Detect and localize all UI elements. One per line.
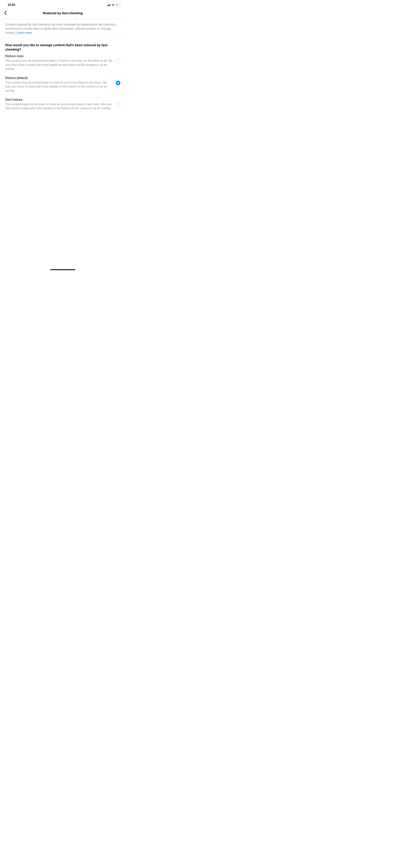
- radio-button[interactable]: [116, 102, 120, 107]
- svg-rect-2: [109, 4, 109, 6]
- description-section: Content reduced by fact-checking has bee…: [0, 19, 126, 39]
- svg-rect-3: [109, 4, 110, 6]
- home-indicator: [50, 269, 75, 270]
- options-list: Reduce more This content may be moved ev…: [0, 52, 126, 116]
- svg-rect-0: [107, 5, 107, 6]
- option-title: Don't reduce: [5, 98, 113, 101]
- option-content: Don't reduce This content might not be l…: [5, 98, 113, 111]
- question-section: How would you like to manage content tha…: [0, 39, 126, 52]
- option-content: Reduce more This content may be moved ev…: [5, 54, 113, 71]
- svg-rect-1: [108, 5, 108, 6]
- learn-more-link[interactable]: Learn more.: [16, 31, 33, 34]
- svg-rect-6: [120, 4, 120, 5]
- option-description: This content may be moved lower in Feed …: [5, 81, 113, 93]
- cellular-signal-icon: [107, 4, 110, 6]
- option-dont-reduce[interactable]: Don't reduce This content might not be l…: [5, 98, 120, 116]
- radio-button[interactable]: [116, 81, 120, 85]
- chevron-left-icon: [4, 11, 7, 16]
- page-title: Reduced by fact-checking: [3, 11, 123, 15]
- option-title: Reduce more: [5, 54, 113, 58]
- wifi-icon: [111, 4, 114, 6]
- option-description: This content might not be lower in Feed …: [5, 102, 113, 111]
- status-time: 12:03: [8, 3, 15, 7]
- status-bar: 12:03: [0, 0, 126, 9]
- page-header: Reduced by fact-checking: [0, 9, 126, 19]
- option-reduce-more[interactable]: Reduce more This content may be moved ev…: [5, 54, 120, 76]
- question-title: How would you like to manage content tha…: [5, 43, 120, 52]
- svg-rect-5: [116, 4, 117, 6]
- option-title: Reduce (default): [5, 76, 113, 80]
- option-content: Reduce (default) This content may be mov…: [5, 76, 113, 93]
- status-icons: [107, 4, 120, 6]
- back-button[interactable]: [3, 10, 8, 16]
- option-reduce-default[interactable]: Reduce (default) This content may be mov…: [5, 76, 120, 98]
- battery-icon: [116, 4, 120, 6]
- option-description: This content may be moved even lower in …: [5, 59, 113, 71]
- radio-button[interactable]: [116, 59, 120, 63]
